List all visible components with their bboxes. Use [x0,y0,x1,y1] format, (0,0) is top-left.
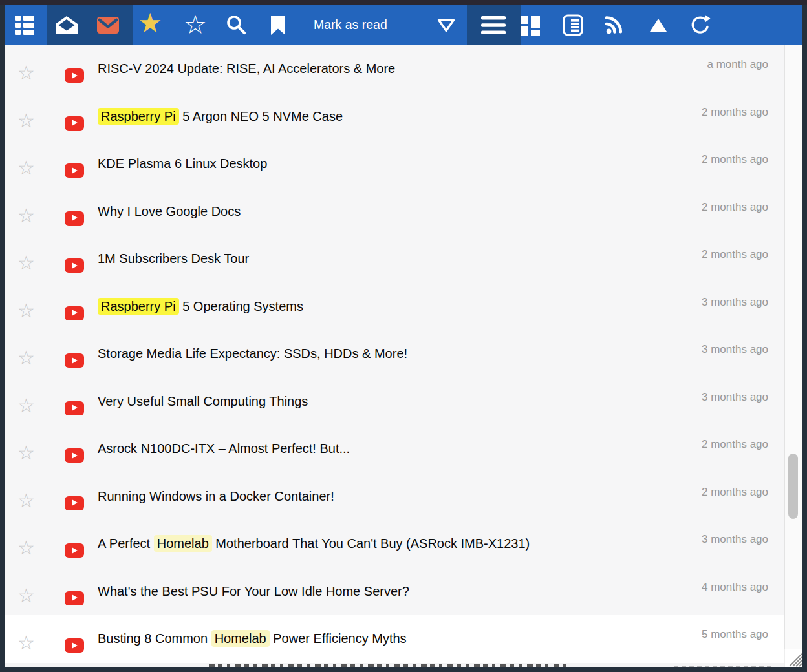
feed-item-row[interactable]: Why I Love Google Docs 2 months ago [5,188,784,236]
item-title: KDE Plasma 6 Linux Desktop [98,154,267,173]
star-icon[interactable] [17,63,35,83]
item-title: Busting 8 Common Homelab Power Efficienc… [98,629,407,647]
feed-item-row[interactable]: Running Windows in a Docker Container! 2… [5,473,784,521]
title-text: What's the Best PSU For Your Low Idle Ho… [98,584,409,598]
rss-button[interactable] [605,16,625,35]
star-icon[interactable] [17,396,35,415]
item-age: 3 months ago [702,533,768,546]
feed-item-row[interactable]: Raspberry Pi 5 Argon NEO 5 NVMe Case 2 m… [5,93,784,141]
title-text: Asrock N100DC-ITX – Almost Perfect! But.… [98,441,350,456]
menu-button[interactable] [481,16,506,34]
star-icon[interactable] [17,111,35,131]
search-button[interactable] [226,15,246,36]
title-text: Motherboard That You Can't Buy (ASRock I… [212,536,530,551]
window-frame-right [802,5,807,672]
youtube-icon [65,496,84,510]
star-icon[interactable] [17,633,35,653]
feed-item-row[interactable]: Very Useful Small Computing Things 3 mon… [5,378,784,426]
youtube-icon [65,211,84,226]
triangle-up-icon [649,17,668,33]
star-icon[interactable] [17,538,35,558]
clipped-age-text-tops [674,666,771,667]
youtube-icon [65,401,84,415]
feed-item-row[interactable]: What's the Best PSU For Your Low Idle Ho… [5,568,784,616]
item-age: 4 months ago [702,581,768,594]
star-icon[interactable] [17,443,35,463]
search-icon [226,15,246,36]
refresh-button[interactable] [689,14,711,36]
feed-item-row[interactable]: A Perfect Homelab Motherboard That You C… [5,520,784,568]
title-text: Why I Love Google Docs [98,204,241,218]
title-text: RISC-V 2024 Update: RISE, AI Accelerator… [98,61,395,76]
title-text: 5 Argon NEO 5 NVMe Case [179,109,343,123]
scroll-top-button[interactable] [649,17,668,33]
item-title: Very Useful Small Computing Things [98,392,308,410]
hamburger-menu-icon [481,16,506,34]
mark-as-read-button[interactable]: Mark as read [314,17,387,32]
star-icon[interactable] [17,206,35,226]
youtube-icon [65,306,84,320]
article-report-button[interactable] [563,14,583,36]
item-age: 2 months ago [702,106,768,119]
item-age: 3 months ago [702,391,768,404]
item-title: A Perfect Homelab Motherboard That You C… [98,534,530,552]
feed-item-row[interactable]: Storage Media Life Expectancy: SSDs, HDD… [5,330,784,378]
item-title: Raspberry Pi 5 Argon NEO 5 NVMe Case [98,107,343,125]
star-filled-button[interactable] [138,10,162,37]
title-text: Busting 8 Common [98,631,211,646]
rss-icon [605,16,625,35]
window-frame-left [0,5,5,672]
grid-layout-button[interactable] [521,15,540,36]
title-text: 5 Operating Systems [179,299,303,313]
feed-item-row[interactable]: Asrock N100DC-ITX – Almost Perfect! But.… [5,425,784,473]
star-icon[interactable] [17,491,35,510]
resize-grip[interactable] [787,651,802,667]
item-age: 2 months ago [702,201,768,214]
bookmark-icon [270,15,286,36]
partial-next-row[interactable] [5,663,784,668]
feed-item-row[interactable]: RISC-V 2024 Update: RISE, AI Accelerator… [5,45,784,93]
mark-unread-envelope-button[interactable] [96,16,120,34]
youtube-icon [65,591,84,605]
list-view-button[interactable] [14,14,35,36]
title-text: 1M Subscribers Desk Tour [98,251,249,266]
star-icon[interactable] [17,158,35,178]
window-frame-bottom [5,667,802,672]
scrollbar-track[interactable] [784,45,802,649]
youtube-icon [65,163,84,178]
feed-item-row[interactable]: Raspberry Pi 5 Operating Systems 3 month… [5,283,784,331]
clipped-title-text-tops [209,664,566,667]
item-age: 2 months ago [702,153,768,166]
article-report-icon [563,14,583,36]
item-title: 1M Subscribers Desk Tour [98,249,249,268]
feed-item-row[interactable]: Busting 8 Common Homelab Power Efficienc… [5,615,784,663]
item-age: 5 months ago [702,628,768,641]
item-title: Raspberry Pi 5 Operating Systems [98,297,303,315]
youtube-icon [65,258,84,273]
star-icon[interactable] [17,253,35,273]
item-age: 3 months ago [702,343,768,356]
filter-dropdown-button[interactable] [436,17,456,33]
youtube-icon [65,68,84,83]
star-icon[interactable] [17,348,35,368]
star-icon[interactable] [17,301,35,320]
feed-item-row[interactable]: KDE Plasma 6 Linux Desktop 2 months ago [5,140,784,188]
scrollbar-thumb[interactable] [788,454,798,519]
article-list: RISC-V 2024 Update: RISE, AI Accelerator… [5,45,784,667]
title-text: KDE Plasma 6 Linux Desktop [98,156,267,171]
star-outline-button[interactable] [184,12,207,37]
title-highlight-bright: Raspberry Pi [98,108,179,125]
mark-read-envelope-button[interactable] [55,16,78,35]
youtube-icon [65,116,84,131]
title-text: Power Efficiency Myths [270,631,407,646]
title-text: Running Windows in a Docker Container! [98,489,334,503]
app-window: Mark as read [0,0,807,672]
refresh-icon [689,14,711,36]
title-highlight-pale: Homelab [154,535,212,552]
item-age: 2 months ago [702,486,768,499]
list-view-icon [14,14,35,36]
item-age: 2 months ago [702,438,768,451]
star-icon[interactable] [17,586,35,605]
feed-item-row[interactable]: 1M Subscribers Desk Tour 2 months ago [5,235,784,283]
bookmark-button[interactable] [270,15,286,36]
